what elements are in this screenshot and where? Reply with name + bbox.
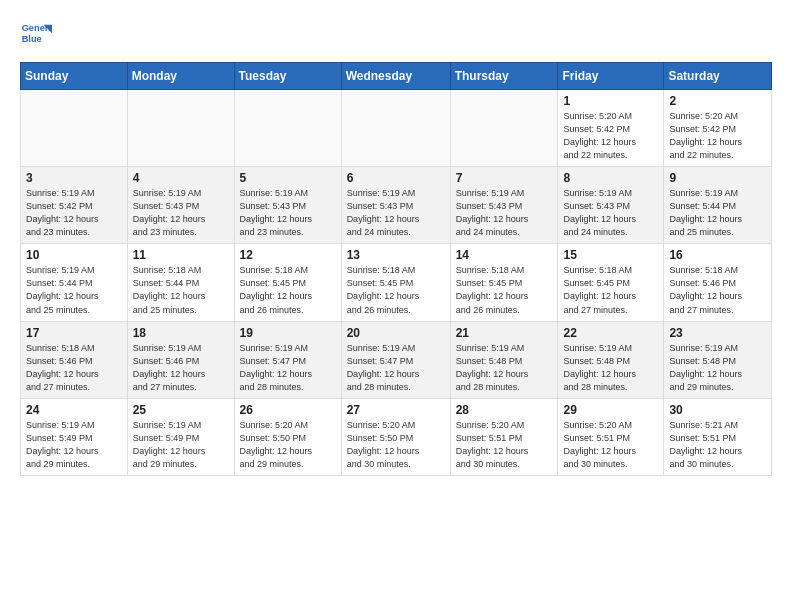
day-number: 19 [240, 326, 336, 340]
table-row: 12Sunrise: 5:18 AM Sunset: 5:45 PM Dayli… [234, 244, 341, 321]
table-row: 3Sunrise: 5:19 AM Sunset: 5:42 PM Daylig… [21, 167, 128, 244]
day-info: Sunrise: 5:19 AM Sunset: 5:48 PM Dayligh… [563, 342, 658, 394]
day-number: 26 [240, 403, 336, 417]
day-info: Sunrise: 5:18 AM Sunset: 5:45 PM Dayligh… [240, 264, 336, 316]
calendar-header-row: Sunday Monday Tuesday Wednesday Thursday… [21, 63, 772, 90]
table-row: 6Sunrise: 5:19 AM Sunset: 5:43 PM Daylig… [341, 167, 450, 244]
day-number: 10 [26, 248, 122, 262]
day-info: Sunrise: 5:19 AM Sunset: 5:49 PM Dayligh… [26, 419, 122, 471]
day-info: Sunrise: 5:21 AM Sunset: 5:51 PM Dayligh… [669, 419, 766, 471]
table-row: 5Sunrise: 5:19 AM Sunset: 5:43 PM Daylig… [234, 167, 341, 244]
day-info: Sunrise: 5:19 AM Sunset: 5:44 PM Dayligh… [669, 187, 766, 239]
day-number: 2 [669, 94, 766, 108]
day-info: Sunrise: 5:19 AM Sunset: 5:47 PM Dayligh… [240, 342, 336, 394]
table-row: 14Sunrise: 5:18 AM Sunset: 5:45 PM Dayli… [450, 244, 558, 321]
col-monday: Monday [127, 63, 234, 90]
col-saturday: Saturday [664, 63, 772, 90]
day-info: Sunrise: 5:19 AM Sunset: 5:43 PM Dayligh… [563, 187, 658, 239]
day-number: 23 [669, 326, 766, 340]
table-row [234, 90, 341, 167]
day-info: Sunrise: 5:19 AM Sunset: 5:49 PM Dayligh… [133, 419, 229, 471]
day-info: Sunrise: 5:20 AM Sunset: 5:42 PM Dayligh… [563, 110, 658, 162]
day-number: 5 [240, 171, 336, 185]
day-number: 21 [456, 326, 553, 340]
table-row: 2Sunrise: 5:20 AM Sunset: 5:42 PM Daylig… [664, 90, 772, 167]
table-row: 28Sunrise: 5:20 AM Sunset: 5:51 PM Dayli… [450, 398, 558, 475]
day-info: Sunrise: 5:18 AM Sunset: 5:45 PM Dayligh… [563, 264, 658, 316]
day-number: 30 [669, 403, 766, 417]
day-number: 20 [347, 326, 445, 340]
day-info: Sunrise: 5:18 AM Sunset: 5:46 PM Dayligh… [669, 264, 766, 316]
day-number: 25 [133, 403, 229, 417]
day-number: 9 [669, 171, 766, 185]
table-row: 29Sunrise: 5:20 AM Sunset: 5:51 PM Dayli… [558, 398, 664, 475]
table-row: 26Sunrise: 5:20 AM Sunset: 5:50 PM Dayli… [234, 398, 341, 475]
table-row [341, 90, 450, 167]
table-row: 18Sunrise: 5:19 AM Sunset: 5:46 PM Dayli… [127, 321, 234, 398]
day-info: Sunrise: 5:19 AM Sunset: 5:47 PM Dayligh… [347, 342, 445, 394]
day-number: 28 [456, 403, 553, 417]
table-row: 27Sunrise: 5:20 AM Sunset: 5:50 PM Dayli… [341, 398, 450, 475]
day-info: Sunrise: 5:18 AM Sunset: 5:46 PM Dayligh… [26, 342, 122, 394]
table-row: 19Sunrise: 5:19 AM Sunset: 5:47 PM Dayli… [234, 321, 341, 398]
day-number: 13 [347, 248, 445, 262]
table-row: 9Sunrise: 5:19 AM Sunset: 5:44 PM Daylig… [664, 167, 772, 244]
day-number: 11 [133, 248, 229, 262]
table-row: 13Sunrise: 5:18 AM Sunset: 5:45 PM Dayli… [341, 244, 450, 321]
day-number: 7 [456, 171, 553, 185]
day-info: Sunrise: 5:20 AM Sunset: 5:50 PM Dayligh… [240, 419, 336, 471]
header: General Blue [20, 18, 772, 50]
day-info: Sunrise: 5:19 AM Sunset: 5:43 PM Dayligh… [456, 187, 553, 239]
calendar-week-row: 24Sunrise: 5:19 AM Sunset: 5:49 PM Dayli… [21, 398, 772, 475]
day-number: 22 [563, 326, 658, 340]
table-row: 23Sunrise: 5:19 AM Sunset: 5:48 PM Dayli… [664, 321, 772, 398]
day-info: Sunrise: 5:18 AM Sunset: 5:44 PM Dayligh… [133, 264, 229, 316]
day-number: 14 [456, 248, 553, 262]
day-number: 1 [563, 94, 658, 108]
day-number: 8 [563, 171, 658, 185]
day-number: 18 [133, 326, 229, 340]
logo: General Blue [20, 18, 52, 50]
table-row [450, 90, 558, 167]
svg-text:Blue: Blue [22, 34, 42, 44]
day-number: 15 [563, 248, 658, 262]
calendar-table: Sunday Monday Tuesday Wednesday Thursday… [20, 62, 772, 476]
day-info: Sunrise: 5:19 AM Sunset: 5:48 PM Dayligh… [669, 342, 766, 394]
day-number: 16 [669, 248, 766, 262]
table-row: 11Sunrise: 5:18 AM Sunset: 5:44 PM Dayli… [127, 244, 234, 321]
col-sunday: Sunday [21, 63, 128, 90]
day-number: 17 [26, 326, 122, 340]
table-row: 21Sunrise: 5:19 AM Sunset: 5:48 PM Dayli… [450, 321, 558, 398]
day-info: Sunrise: 5:19 AM Sunset: 5:44 PM Dayligh… [26, 264, 122, 316]
day-info: Sunrise: 5:19 AM Sunset: 5:43 PM Dayligh… [240, 187, 336, 239]
table-row: 8Sunrise: 5:19 AM Sunset: 5:43 PM Daylig… [558, 167, 664, 244]
day-number: 6 [347, 171, 445, 185]
table-row: 16Sunrise: 5:18 AM Sunset: 5:46 PM Dayli… [664, 244, 772, 321]
col-tuesday: Tuesday [234, 63, 341, 90]
table-row [127, 90, 234, 167]
day-number: 4 [133, 171, 229, 185]
day-info: Sunrise: 5:19 AM Sunset: 5:42 PM Dayligh… [26, 187, 122, 239]
table-row: 10Sunrise: 5:19 AM Sunset: 5:44 PM Dayli… [21, 244, 128, 321]
table-row: 4Sunrise: 5:19 AM Sunset: 5:43 PM Daylig… [127, 167, 234, 244]
calendar-week-row: 17Sunrise: 5:18 AM Sunset: 5:46 PM Dayli… [21, 321, 772, 398]
calendar-week-row: 10Sunrise: 5:19 AM Sunset: 5:44 PM Dayli… [21, 244, 772, 321]
day-info: Sunrise: 5:19 AM Sunset: 5:43 PM Dayligh… [347, 187, 445, 239]
day-number: 3 [26, 171, 122, 185]
table-row: 17Sunrise: 5:18 AM Sunset: 5:46 PM Dayli… [21, 321, 128, 398]
col-friday: Friday [558, 63, 664, 90]
day-info: Sunrise: 5:19 AM Sunset: 5:46 PM Dayligh… [133, 342, 229, 394]
page: General Blue Sunday Monday Tuesday Wedne… [0, 0, 792, 488]
day-info: Sunrise: 5:20 AM Sunset: 5:42 PM Dayligh… [669, 110, 766, 162]
table-row: 7Sunrise: 5:19 AM Sunset: 5:43 PM Daylig… [450, 167, 558, 244]
table-row [21, 90, 128, 167]
day-info: Sunrise: 5:19 AM Sunset: 5:43 PM Dayligh… [133, 187, 229, 239]
day-info: Sunrise: 5:20 AM Sunset: 5:50 PM Dayligh… [347, 419, 445, 471]
day-info: Sunrise: 5:18 AM Sunset: 5:45 PM Dayligh… [347, 264, 445, 316]
table-row: 1Sunrise: 5:20 AM Sunset: 5:42 PM Daylig… [558, 90, 664, 167]
calendar-week-row: 1Sunrise: 5:20 AM Sunset: 5:42 PM Daylig… [21, 90, 772, 167]
day-info: Sunrise: 5:18 AM Sunset: 5:45 PM Dayligh… [456, 264, 553, 316]
day-info: Sunrise: 5:20 AM Sunset: 5:51 PM Dayligh… [563, 419, 658, 471]
table-row: 20Sunrise: 5:19 AM Sunset: 5:47 PM Dayli… [341, 321, 450, 398]
day-info: Sunrise: 5:19 AM Sunset: 5:48 PM Dayligh… [456, 342, 553, 394]
